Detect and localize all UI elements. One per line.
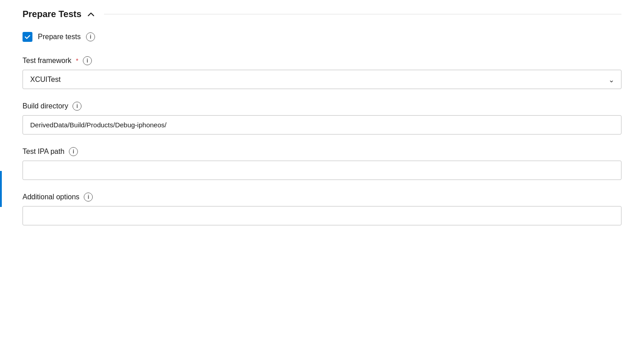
test-ipa-path-field-group: Test IPA path i: [23, 147, 621, 180]
additional-options-info-icon[interactable]: i: [84, 193, 93, 202]
left-accent-bar: [0, 171, 2, 207]
additional-options-field-group: Additional options i: [23, 193, 621, 225]
prepare-tests-label: Prepare tests: [38, 33, 81, 41]
page-container: Prepare Tests Prepare tests i Test frame…: [0, 0, 644, 256]
test-framework-required-star: *: [76, 57, 78, 64]
section-header: Prepare Tests: [23, 9, 621, 19]
test-framework-label-row: Test framework * i: [23, 56, 621, 65]
test-ipa-path-info-icon[interactable]: i: [69, 147, 78, 156]
additional-options-input[interactable]: [23, 206, 621, 225]
prepare-tests-info-icon[interactable]: i: [86, 32, 95, 41]
test-framework-select-wrapper: XCUITest XCTest Appium ⌄: [23, 70, 621, 89]
section-divider: [104, 14, 621, 14]
build-directory-info-icon[interactable]: i: [73, 102, 82, 111]
test-framework-label: Test framework: [23, 57, 71, 65]
test-framework-field-group: Test framework * i XCUITest XCTest Appiu…: [23, 56, 621, 89]
prepare-tests-checkbox[interactable]: [23, 32, 32, 42]
test-ipa-path-label: Test IPA path: [23, 148, 64, 156]
build-directory-label: Build directory: [23, 102, 68, 110]
test-framework-select[interactable]: XCUITest XCTest Appium: [23, 70, 621, 89]
test-framework-info-icon[interactable]: i: [83, 56, 92, 65]
section-title: Prepare Tests: [23, 9, 82, 19]
build-directory-input[interactable]: [23, 115, 621, 135]
prepare-tests-row: Prepare tests i: [23, 32, 621, 42]
test-ipa-path-input[interactable]: [23, 161, 621, 180]
test-ipa-path-label-row: Test IPA path i: [23, 147, 621, 156]
additional-options-label-row: Additional options i: [23, 193, 621, 202]
collapse-chevron-icon[interactable]: [87, 10, 95, 18]
build-directory-field-group: Build directory i: [23, 102, 621, 135]
build-directory-label-row: Build directory i: [23, 102, 621, 111]
additional-options-label: Additional options: [23, 193, 79, 201]
